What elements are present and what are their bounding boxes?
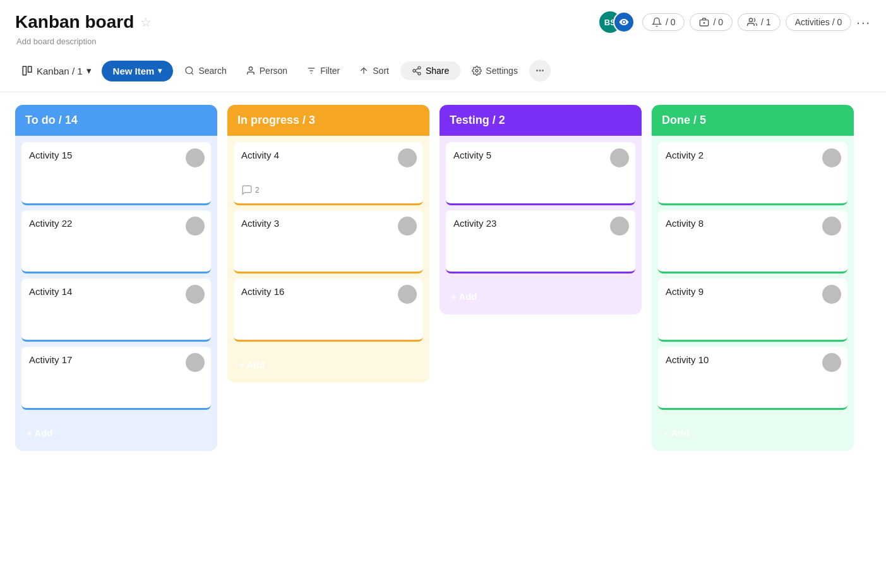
header-controls: BS / 0 / 0 / 1 Activities / 0 ··· [599, 11, 871, 33]
card-c23[interactable]: Activity 23 [446, 210, 635, 273]
svg-rect-5 [28, 66, 32, 72]
add-button-testing[interactable]: + Add [446, 284, 635, 309]
avatar-group: BS [599, 11, 635, 33]
card-avatar-c3 [398, 217, 417, 236]
column-header-todo: To do / 14 [15, 105, 217, 136]
card-avatar-c15 [186, 148, 205, 167]
add-button-todo[interactable]: + Add [21, 420, 211, 446]
card-title-c22: Activity 22 [29, 218, 203, 229]
kanban-selector[interactable]: Kanban / 1 ▾ [15, 61, 98, 80]
card-title-c9: Activity 9 [666, 286, 840, 297]
column-done: Done / 5Activity 2Activity 8Activity 9Ac… [652, 105, 854, 451]
column-todo: To do / 14Activity 15Activity 22Activity… [15, 105, 217, 451]
card-c3[interactable]: Activity 3 [234, 210, 423, 273]
card-c2[interactable]: Activity 2 [658, 142, 847, 205]
card-c9[interactable]: Activity 9 [658, 279, 847, 342]
add-button-inprogress[interactable]: + Add [234, 352, 423, 378]
star-icon[interactable]: ☆ [140, 15, 152, 30]
card-c15[interactable]: Activity 15 [21, 142, 211, 205]
card-title-c23: Activity 23 [453, 218, 628, 229]
add-button-done[interactable]: + Add [658, 420, 847, 446]
header-more-button[interactable]: ··· [856, 15, 871, 30]
card-title-c17: Activity 17 [29, 354, 203, 365]
card-c22[interactable]: Activity 22 [21, 210, 211, 273]
svg-point-14 [413, 69, 416, 72]
card-avatar-c9 [822, 285, 841, 304]
card-title-c16: Activity 16 [241, 286, 416, 297]
card-avatar-c17 [186, 353, 205, 372]
filter-label: Filter [320, 66, 340, 76]
card-title-c14: Activity 14 [29, 286, 203, 297]
svg-point-3 [749, 18, 752, 21]
card-avatar-c8 [822, 217, 841, 236]
card-c4[interactable]: Activity 42 [234, 142, 423, 205]
card-c17[interactable]: Activity 17 [21, 347, 211, 410]
add-wrapper-done: + Add [658, 417, 847, 451]
column-header-done: Done / 5 [652, 105, 854, 136]
kanban-label: Kanban / 1 [37, 66, 83, 76]
sort-action[interactable]: Sort [351, 62, 397, 80]
card-title-c4: Activity 4 [241, 150, 416, 160]
card-title-c5: Activity 5 [453, 150, 628, 160]
card-title-c15: Activity 15 [29, 150, 203, 160]
svg-point-15 [418, 73, 421, 75]
bell-count: / 0 [666, 17, 676, 27]
column-body-inprogress: Activity 42Activity 3Activity 16+ Add [227, 136, 429, 383]
card-c5[interactable]: Activity 5 [446, 142, 635, 205]
card-c10[interactable]: Activity 10 [658, 347, 847, 410]
share-button[interactable]: Share [400, 61, 460, 80]
card-avatar-c23 [610, 217, 629, 236]
svg-line-17 [416, 68, 419, 70]
column-header-inprogress: In progress / 3 [227, 105, 429, 136]
members-count: / 1 [761, 17, 771, 27]
person-action[interactable]: Person [238, 62, 295, 80]
card-avatar-c2 [822, 148, 841, 167]
search-action[interactable]: Search [177, 62, 234, 80]
column-body-testing: Activity 5Activity 23+ Add [440, 136, 642, 315]
column-body-todo: Activity 15Activity 22Activity 14Activit… [15, 136, 217, 451]
settings-action[interactable]: Settings [464, 62, 525, 80]
toolbar-more-button[interactable]: ··· [529, 60, 551, 81]
column-testing: Testing / 2Activity 5Activity 23+ Add [440, 105, 642, 315]
svg-rect-4 [23, 66, 26, 75]
add-wrapper-inprogress: + Add [234, 349, 423, 383]
filter-action[interactable]: Filter [299, 62, 347, 80]
page-header: Kanban board ☆ BS / 0 / 0 / 1 Activities [0, 0, 886, 52]
card-avatar-c4 [398, 148, 417, 167]
members-button[interactable]: / 1 [738, 13, 781, 31]
svg-line-16 [416, 71, 419, 73]
card-title-c3: Activity 3 [241, 218, 416, 229]
card-avatar-c5 [610, 148, 629, 167]
toolbar: Kanban / 1 ▾ New Item ▾ Search Person Fi… [0, 52, 886, 92]
new-item-dropdown-icon: ▾ [158, 66, 162, 75]
svg-point-6 [186, 67, 193, 74]
card-c8[interactable]: Activity 8 [658, 210, 847, 273]
card-avatar-c16 [398, 285, 417, 304]
card-c16[interactable]: Activity 16 [234, 279, 423, 342]
add-wrapper-testing: + Add [446, 281, 635, 315]
card-avatar-c10 [822, 353, 841, 372]
svg-point-18 [476, 69, 478, 72]
kanban-dropdown-icon: ▾ [87, 65, 92, 76]
svg-point-13 [418, 66, 421, 69]
column-inprogress: In progress / 3Activity 42Activity 3Acti… [227, 105, 429, 383]
sort-label: Sort [373, 66, 389, 76]
kanban-board: To do / 14Activity 15Activity 22Activity… [0, 92, 886, 554]
tool-button[interactable]: / 0 [690, 13, 733, 31]
svg-point-8 [249, 67, 252, 70]
share-label: Share [426, 66, 449, 76]
card-avatar-c22 [186, 217, 205, 236]
activities-button[interactable]: Activities / 0 [786, 13, 852, 31]
search-label: Search [198, 66, 226, 76]
board-description[interactable]: Add board description [15, 37, 871, 46]
card-title-c2: Activity 2 [666, 150, 840, 160]
tool-count: / 0 [713, 17, 723, 27]
card-c14[interactable]: Activity 14 [21, 279, 211, 342]
new-item-button[interactable]: New Item ▾ [102, 61, 174, 81]
card-avatar-c14 [186, 285, 205, 304]
bell-button[interactable]: / 0 [642, 13, 685, 31]
card-title-c10: Activity 10 [666, 354, 840, 365]
column-body-done: Activity 2Activity 8Activity 9Activity 1… [652, 136, 854, 451]
card-title-c8: Activity 8 [666, 218, 840, 229]
avatar-eye[interactable] [613, 11, 635, 33]
